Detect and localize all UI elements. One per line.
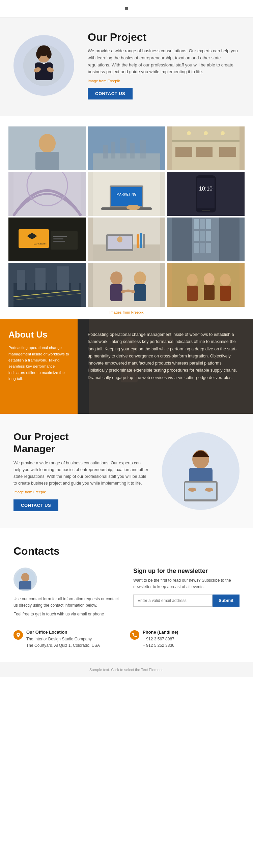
newsletter-email-input[interactable] — [133, 595, 213, 607]
pm-contact-button[interactable]: CONTACT US — [13, 499, 58, 511]
about-title: About Us — [8, 329, 69, 340]
svg-rect-65 — [200, 243, 205, 253]
svg-rect-31 — [111, 187, 142, 206]
svg-text:MARKETING: MARKETING — [116, 193, 137, 196]
newsletter-submit-button[interactable]: Submit — [213, 595, 240, 607]
svg-rect-71 — [35, 268, 46, 290]
svg-rect-42 — [51, 231, 78, 250]
hero-title: Our Project — [88, 31, 240, 44]
footer-sample-text: Sample text. Click to select the Text El… — [0, 662, 253, 677]
hero-content: Our Project We provide a wide range of b… — [88, 31, 240, 99]
hero-contact-button[interactable]: CONTACT US — [88, 88, 133, 99]
svg-rect-62 — [200, 231, 205, 241]
gallery-section: MARKETING 10:10 — [0, 116, 253, 319]
contacts-left: Use our contact form for all information… — [13, 568, 120, 619]
location-icon — [13, 630, 23, 640]
contacts-avatar-svg — [15, 569, 35, 589]
hero-image — [13, 35, 74, 96]
svg-rect-69 — [17, 270, 25, 290]
svg-point-81 — [187, 274, 198, 286]
svg-rect-41 — [19, 229, 49, 248]
pm-image — [162, 432, 240, 510]
gallery-grid: MARKETING 10:10 — [8, 126, 245, 307]
hero-credit-source: Freepik — [108, 79, 120, 83]
hero-section: Our Project We provide a wide range of b… — [0, 18, 253, 116]
gallery-credit-prefix: Images from — [110, 310, 130, 314]
phone-info: Phone (Landline) + 912 3 567 8987 + 912 … — [130, 630, 240, 649]
gallery-cell-10 — [8, 263, 86, 307]
svg-rect-37 — [197, 178, 215, 208]
pm-description: We provide a wide range of business cons… — [13, 460, 148, 487]
svg-rect-15 — [111, 142, 115, 158]
svg-rect-82 — [187, 286, 198, 301]
info-rows: Our Office Location The Interior Design … — [13, 630, 240, 649]
svg-rect-47 — [53, 241, 65, 242]
svg-point-24 — [187, 131, 191, 135]
svg-rect-46 — [53, 238, 63, 239]
about-section: About Us Podcasting operational change m… — [0, 319, 253, 414]
hero-credit-prefix: Image from — [88, 79, 107, 83]
phone-text: Phone (Landline) + 912 3 567 8987 + 912 … — [143, 630, 178, 649]
pm-image-credit: Image from Freepik — [13, 490, 148, 494]
hero-person-svg — [20, 42, 67, 89]
hamburger-icon[interactable]: ≡ — [124, 5, 128, 12]
svg-point-25 — [204, 131, 208, 135]
about-left-description: Podcasting operational change management… — [8, 345, 69, 382]
svg-rect-39 — [202, 210, 210, 211]
contacts-right: Sign up for the newsletter Want to be th… — [133, 568, 240, 619]
phone-label: Phone (Landline) — [143, 630, 178, 635]
svg-point-98 — [205, 488, 213, 492]
pm-title: Our ProjectManager — [13, 431, 148, 455]
svg-rect-51 — [140, 233, 142, 248]
svg-rect-61 — [194, 231, 199, 241]
svg-point-85 — [220, 274, 231, 286]
location-line1: The Interior Design Studio Company — [26, 636, 100, 642]
svg-rect-16 — [120, 138, 126, 158]
svg-rect-21 — [196, 147, 213, 157]
pm-person-svg — [167, 437, 234, 505]
svg-rect-84 — [204, 285, 215, 300]
gallery-cell-8 — [88, 218, 165, 261]
pm-section: Our ProjectManager We provide a wide ran… — [0, 414, 253, 528]
location-label: Our Office Location — [26, 630, 100, 635]
contacts-desc2: Feel free to get in touch with us via em… — [13, 611, 120, 617]
svg-rect-63 — [206, 231, 211, 241]
hero-image-credit: Image from Freepik — [88, 79, 240, 83]
svg-text:10:10: 10:10 — [199, 186, 213, 192]
phone-line1: + 912 3 567 8987 — [143, 636, 178, 642]
gallery-cell-2 — [88, 126, 165, 170]
svg-rect-70 — [27, 273, 34, 290]
hero-description: We provide a wide range of business cons… — [88, 48, 240, 76]
svg-rect-73 — [57, 266, 69, 290]
svg-point-97 — [188, 488, 196, 492]
svg-rect-101 — [19, 581, 31, 589]
gallery-cell-4 — [8, 172, 86, 216]
svg-rect-52 — [143, 234, 145, 248]
svg-point-3 — [36, 50, 41, 58]
svg-rect-66 — [206, 243, 211, 253]
svg-rect-75 — [93, 263, 160, 307]
svg-rect-50 — [137, 234, 139, 248]
gallery-credit-source: Freepik — [131, 310, 144, 314]
svg-rect-59 — [200, 219, 205, 229]
svg-rect-23 — [172, 140, 240, 142]
gallery-cell-5: MARKETING — [88, 172, 165, 216]
gallery-cell-11 — [88, 263, 165, 307]
about-left: About Us Podcasting operational change m… — [0, 319, 78, 414]
contacts-grid: Use our contact form for all information… — [13, 568, 240, 619]
svg-rect-11 — [35, 152, 59, 170]
svg-point-83 — [204, 273, 215, 285]
contacts-desc1: Use our contact form for all information… — [13, 596, 120, 609]
newsletter-title: Sign up for the newsletter — [133, 568, 240, 575]
newsletter-form: Submit — [133, 595, 240, 607]
contacts-title: Contacts — [13, 545, 240, 557]
svg-point-10 — [39, 134, 56, 153]
svg-rect-18 — [140, 140, 146, 158]
gallery-cell-12 — [167, 263, 245, 307]
gallery-credit: Images from Freepik — [8, 310, 245, 314]
gallery-cell-7: MARK SMITH — [8, 218, 86, 261]
pm-credit-prefix: Image from — [13, 490, 32, 494]
location-line2: The Courtyard, Al Quiz 1, Colorado, USA — [26, 642, 100, 649]
svg-rect-60 — [206, 219, 211, 229]
location-text: Our Office Location The Interior Design … — [26, 630, 100, 649]
